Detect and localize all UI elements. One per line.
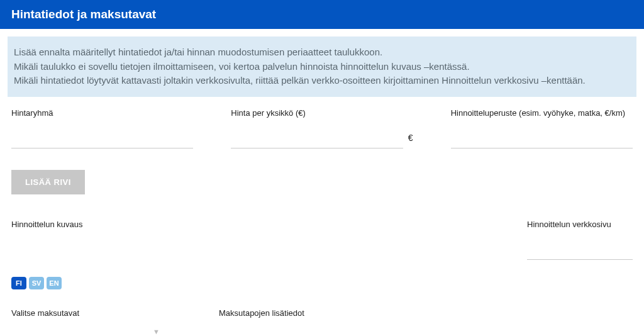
- label-hintaryhma: Hintaryhmä: [11, 108, 193, 118]
- lang-en[interactable]: EN: [47, 277, 62, 289]
- input-hintaryhma[interactable]: [11, 130, 193, 148]
- section-header: Hintatiedot ja maksutavat: [0, 0, 644, 29]
- info-line-2: Mikäli taulukko ei sovellu tietojen ilmo…: [14, 60, 630, 74]
- select-maksutavat[interactable]: [11, 324, 162, 337]
- lang-pills-kuvaus: FI SV EN: [11, 277, 351, 289]
- label-hinnoittelun-verkkosivu: Hinnoittelun verkkosivu: [527, 220, 633, 229]
- add-row-button[interactable]: LISÄÄ RIVI: [11, 170, 85, 194]
- field-maksutapojen-lisatiedot: Maksutapojen lisätiedot FI SV EN: [219, 308, 633, 337]
- field-hinnoitteluperuste: Hinnoitteluperuste (esim. vyöhyke, matka…: [451, 108, 633, 148]
- info-box: Lisää ennalta määritellyt hintatiedot ja…: [8, 36, 636, 97]
- label-hinta-per-yksikko: Hinta per yksikkö (€): [231, 108, 413, 118]
- field-hintaryhma: Hintaryhmä: [11, 108, 193, 148]
- input-maksutapojen-lisatiedot[interactable]: [219, 324, 633, 337]
- field-hinta-per-yksikko: Hinta per yksikkö (€) €: [231, 108, 413, 148]
- label-hinnoitteluperuste: Hinnoitteluperuste (esim. vyöhyke, matka…: [451, 108, 633, 118]
- input-hinnoitteluperuste[interactable]: [451, 130, 633, 148]
- input-hinnoittelun-verkkosivu[interactable]: [527, 242, 633, 260]
- input-hinta[interactable]: [231, 130, 403, 148]
- input-hinnoittelun-kuvaus[interactable]: [11, 242, 351, 259]
- info-line-3: Mikäli hintatiedot löytyvät kattavasti j…: [14, 74, 630, 88]
- info-line-1: Lisää ennalta määritellyt hintatiedot ja…: [14, 45, 630, 60]
- label-maksutapojen-lisatiedot: Maksutapojen lisätiedot: [219, 308, 633, 318]
- field-hinnoittelun-kuvaus: Hinnoittelun kuvaus FI SV EN: [11, 220, 351, 289]
- lang-sv[interactable]: SV: [29, 277, 44, 289]
- euro-symbol: €: [408, 133, 413, 145]
- lang-fi[interactable]: FI: [11, 277, 26, 289]
- section-title: Hintatiedot ja maksutavat: [11, 8, 156, 21]
- field-hinnoittelun-verkkosivu: Hinnoittelun verkkosivu: [527, 220, 633, 289]
- field-valitse-maksutavat: Valitse maksutavat ▼: [11, 308, 181, 337]
- label-hinnoittelun-kuvaus: Hinnoittelun kuvaus: [11, 220, 351, 229]
- label-valitse-maksutavat: Valitse maksutavat: [11, 308, 181, 318]
